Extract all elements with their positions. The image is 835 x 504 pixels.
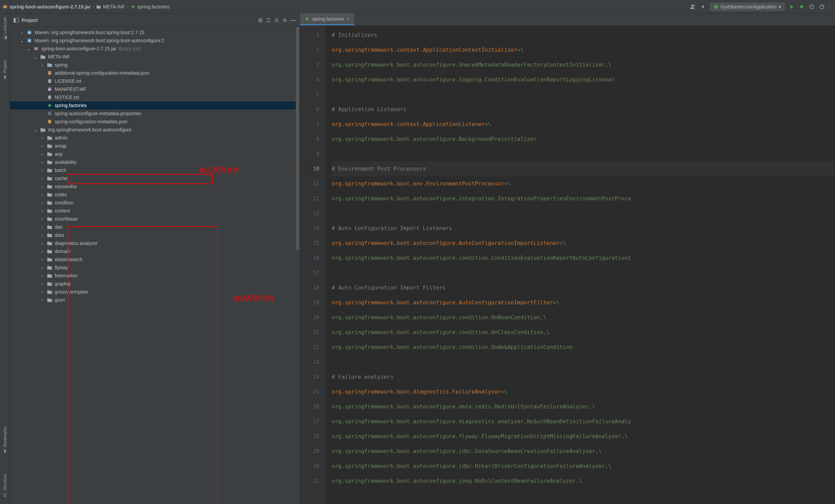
tree-arrow-icon[interactable]: › <box>40 216 45 222</box>
gear-icon[interactable] <box>282 18 287 23</box>
tree-folder-gson[interactable]: › gson <box>10 296 300 304</box>
tree-jar[interactable]: ⌄ spring-boot-autoconfigure-2.7.15.jar l… <box>10 45 300 53</box>
tree-arrow-icon[interactable]: › <box>40 135 45 141</box>
tree-folder-freemarker[interactable]: › freemarker <box>10 271 300 280</box>
coverage-icon[interactable] <box>809 4 814 9</box>
breadcrumb-metainf[interactable]: META-INF <box>103 4 125 9</box>
tree-folder-flyway[interactable]: › flyway <box>10 263 300 271</box>
tree-folder-amqp[interactable]: › amqp <box>10 142 300 150</box>
tree-arrow-icon[interactable]: › <box>40 62 45 67</box>
tree-arrow-icon[interactable]: › <box>40 224 45 230</box>
tree-arrow-icon[interactable]: › <box>40 192 45 197</box>
tree-arrow-icon[interactable]: ⌄ <box>33 127 38 133</box>
tree-folder-data[interactable]: › data <box>10 231 300 239</box>
tree-spring[interactable]: › spring <box>10 61 300 69</box>
locate-icon[interactable] <box>258 18 263 23</box>
tree-addjson[interactable]: additional-spring-configuration-metadata… <box>10 69 300 77</box>
tree-arrow-icon[interactable]: › <box>40 143 45 149</box>
editor-tab-factories[interactable]: spring.factories × <box>300 13 354 25</box>
tree-arrow-icon[interactable]: › <box>40 167 45 173</box>
tree-arrow-icon[interactable]: ⌄ <box>20 38 24 43</box>
project-tree[interactable]: › m Maven: org.springframework.boot:spri… <box>10 27 300 504</box>
debug-icon[interactable] <box>799 4 804 9</box>
structure-tool[interactable]: ☰ Structure <box>3 474 7 497</box>
svg-rect-22 <box>49 113 50 113</box>
tree-folder-domain[interactable]: › domain <box>10 247 300 255</box>
tree-maven2[interactable]: ⌄ m Maven: org.springframework.boot:spri… <box>10 37 300 45</box>
tree-maven1[interactable]: › m Maven: org.springframework.boot:spri… <box>10 28 300 37</box>
tree-arrow-icon[interactable]: › <box>40 273 45 278</box>
tree-confjson[interactable]: spring-configuration-metadata.json <box>10 118 300 126</box>
project-scroll-thumb[interactable] <box>296 27 299 250</box>
expand-all-icon[interactable] <box>266 18 271 23</box>
tree-folder-availability[interactable]: › availability <box>10 158 300 166</box>
collapse-all-icon[interactable] <box>274 18 279 23</box>
close-icon[interactable]: × <box>347 16 350 22</box>
tree-arrow-icon[interactable]: › <box>40 200 45 205</box>
tree-folder-diagnostics-analyzer[interactable]: › diagnostics.analyzer <box>10 239 300 247</box>
leetcode-icon: ◧ <box>3 36 7 40</box>
tree-folder-cassandra[interactable]: › cassandra <box>10 182 300 190</box>
tree-arrow-icon[interactable]: › <box>40 281 45 286</box>
breadcrumb-factories[interactable]: spring.factories <box>138 4 169 9</box>
leetcode-tool[interactable]: ◧ Leetcode <box>3 17 7 40</box>
project-scrollbar[interactable] <box>295 27 300 504</box>
tree-label: batch <box>55 167 66 173</box>
tree-arrow-icon[interactable]: › <box>40 151 45 157</box>
tree-label: spring-boot-autoconfigure-2.7.15.jar <box>41 46 117 51</box>
tree-folder-cache[interactable]: › cache <box>10 174 300 182</box>
tree-folder-groovy-template[interactable]: › groovy.template <box>10 288 300 296</box>
tree-arrow-icon[interactable]: › <box>40 289 45 295</box>
back-icon[interactable] <box>700 4 705 9</box>
tree-pkg[interactable]: ⌄ org.springframework.boot.autoconfigure <box>10 126 300 134</box>
tree-arrow-icon[interactable]: › <box>40 184 45 189</box>
project-tool[interactable]: ▮ Project <box>3 60 7 80</box>
user-add-icon[interactable] <box>690 4 696 10</box>
tree-arrow-icon[interactable]: › <box>40 249 45 254</box>
tree-folder-couchbase[interactable]: › couchbase <box>10 215 300 223</box>
tree-folder-batch[interactable]: › batch <box>10 166 300 174</box>
tree-folder-admin[interactable]: › admin <box>10 134 300 142</box>
tree-folder-condition[interactable]: › condition <box>10 199 300 207</box>
tree-label: aop <box>55 151 62 157</box>
tree-arrow-icon[interactable]: › <box>40 297 45 303</box>
tree-arrow-icon[interactable]: › <box>20 30 24 35</box>
tree-arrow-icon[interactable]: › <box>40 159 45 165</box>
hide-icon[interactable]: — <box>290 17 296 24</box>
tree-arrow-icon[interactable]: › <box>40 265 45 270</box>
tree-folder-elasticsearch[interactable]: › elasticsearch <box>10 255 300 263</box>
bookmarks-label: Bookmarks <box>3 427 7 447</box>
tree-folder-graphql[interactable]: › graphql <box>10 280 300 288</box>
tree-label: org.springframework.boot.autoconfigure <box>48 127 131 133</box>
editor-gutter[interactable]: 1234567891011121314151617181920212223242… <box>300 26 325 504</box>
factories-icon <box>305 17 309 21</box>
tree-folder-codec[interactable]: › codec <box>10 190 300 199</box>
profile-icon[interactable] <box>819 4 824 9</box>
tree-autoprops[interactable]: spring-autoconfigure-metadata.properties <box>10 109 300 118</box>
json-icon <box>47 119 53 124</box>
tree-arrow-icon[interactable]: › <box>40 233 45 238</box>
editor-code[interactable]: # Initializersorg.springframework.contex… <box>325 26 835 504</box>
tree-arrow-icon[interactable]: › <box>40 241 45 246</box>
tree-arrow-icon[interactable]: › <box>40 257 45 262</box>
folder-icon <box>47 225 53 229</box>
tree-folder-dao[interactable]: › dao <box>10 223 300 231</box>
tree-arrow-icon[interactable]: ⌄ <box>33 54 38 59</box>
svg-rect-17 <box>48 79 52 83</box>
tree-license[interactable]: LICENSE.txt <box>10 77 300 85</box>
tree-notice[interactable]: NOTICE.txt <box>10 93 300 101</box>
project-view-icon[interactable] <box>14 18 19 23</box>
tree-folder-context[interactable]: › context <box>10 207 300 215</box>
folder-icon <box>47 217 53 221</box>
tree-metainf[interactable]: ⌄ META-INF <box>10 53 300 61</box>
breadcrumb-jar[interactable]: spring-boot-autoconfigure-2.7.15.jar <box>9 4 90 9</box>
tree-manifest[interactable]: MF MANIFEST.MF <box>10 85 300 93</box>
bookmarks-tool[interactable]: ▮ Bookmarks <box>3 427 7 453</box>
tree-folder-aop[interactable]: › aop <box>10 150 300 158</box>
run-icon[interactable] <box>789 4 794 9</box>
tree-arrow-icon[interactable]: ⌄ <box>26 46 31 51</box>
run-config-dropdown[interactable]: GydStarterUserApplication ▾ <box>710 3 785 11</box>
tree-arrow-icon[interactable]: › <box>40 176 45 181</box>
tree-factories[interactable]: spring.factories <box>10 101 300 109</box>
tree-arrow-icon[interactable]: › <box>40 208 45 214</box>
